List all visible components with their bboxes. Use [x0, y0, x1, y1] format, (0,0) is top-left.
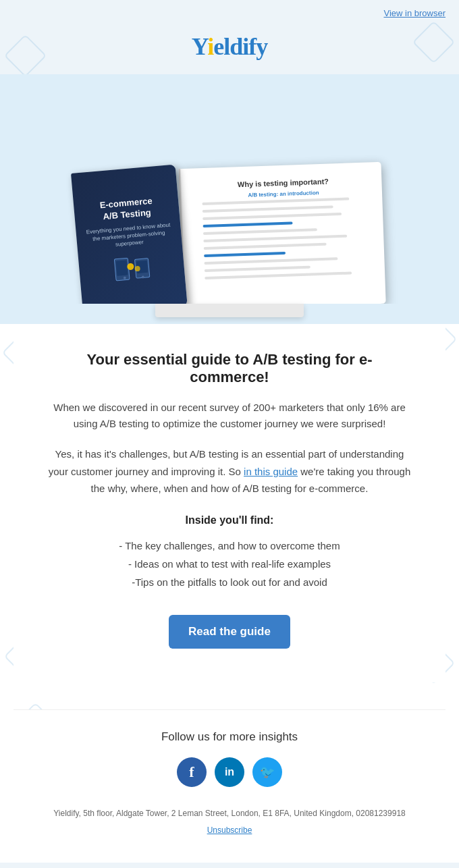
logo-section: Yieldify	[0, 26, 459, 74]
logo-accent: i	[207, 33, 213, 60]
body-paragraph: Yes, it has it's challenges, but A/B tes…	[47, 445, 412, 497]
inside-heading: Inside you'll find:	[47, 514, 412, 526]
book-cover-subtitle: Everything you need to know about the ma…	[84, 221, 173, 251]
content-inner: Your essential guide to A/B testing for …	[14, 324, 446, 682]
social-icons-row: f in 🐦	[47, 757, 412, 787]
view-in-browser-link[interactable]: View in browser	[383, 8, 446, 18]
intro-paragraph: When we discovered in our recent survey …	[47, 400, 412, 432]
hero-section: E-commerceA/B Testing Everything you nee…	[0, 74, 459, 304]
book-cover-title: E-commerceA/B Testing	[99, 196, 154, 223]
facebook-icon[interactable]: f	[177, 757, 207, 787]
book-cover: E-commerceA/B Testing Everything you nee…	[71, 165, 188, 304]
brand-logo: Yieldify	[0, 32, 459, 61]
unsubscribe-link[interactable]: Unsubscribe	[207, 825, 252, 835]
open-book-heading: Why is testing important?	[201, 176, 364, 190]
bullet-item-3: -Tips on the pitfalls to look out for an…	[47, 573, 412, 591]
bullet-item-1: - The key challenges, and how to overcom…	[47, 537, 412, 555]
address-text: Yieldify, 5th floor, Aldgate Tower, 2 Le…	[47, 807, 412, 820]
bullet-list: - The key challenges, and how to overcom…	[47, 537, 412, 591]
book-cover-illustration	[110, 252, 153, 283]
logo-rest: eldify	[213, 33, 267, 60]
follow-heading: Follow us for more insights	[47, 730, 412, 744]
spacer	[0, 682, 459, 709]
read-guide-button[interactable]: Read the guide	[169, 615, 290, 649]
main-heading: Your essential guide to A/B testing for …	[47, 351, 412, 386]
svg-rect-1	[115, 260, 128, 275]
bullet-item-2: - Ideas on what to test with real-life e…	[47, 555, 412, 573]
open-book-content	[202, 197, 368, 281]
footer-section: Follow us for more insights f in 🐦 Yield…	[0, 709, 459, 863]
book-open: Why is testing important? A/B testing: a…	[178, 162, 385, 304]
email-wrapper: View in browser Yieldify E-commerceA/B T…	[0, 0, 459, 868]
logo-y: Y	[192, 33, 208, 60]
footer-inner: Follow us for more insights f in 🐦 Yield…	[14, 709, 446, 863]
book-visual: E-commerceA/B Testing Everything you nee…	[76, 162, 383, 304]
content-area: Your essential guide to A/B testing for …	[0, 324, 459, 682]
in-this-guide-link[interactable]: in this guide	[244, 466, 298, 477]
linkedin-icon[interactable]: in	[215, 757, 244, 787]
book-page-fold	[155, 304, 304, 317]
top-bar: View in browser	[0, 0, 459, 26]
twitter-icon[interactable]: 🐦	[252, 757, 282, 787]
